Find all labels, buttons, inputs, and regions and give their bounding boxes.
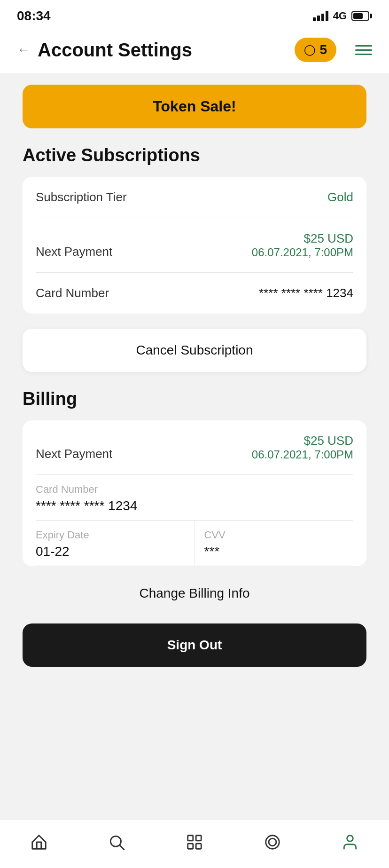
billing-card-number-label: Card Number: [36, 483, 353, 496]
battery-icon: [351, 11, 372, 21]
back-button[interactable]: ←: [17, 42, 30, 57]
cancel-subscription-button[interactable]: Cancel Subscription: [23, 329, 366, 372]
bottom-nav: [0, 820, 389, 868]
status-bar: 08:34 4G: [0, 0, 389, 28]
billing-title: Billing: [23, 389, 366, 409]
header-left: ← Account Settings: [17, 39, 192, 61]
back-arrow-icon: ←: [17, 42, 30, 57]
card-number-row: Card Number **** **** **** 1234: [36, 273, 353, 314]
svg-point-6: [265, 836, 279, 849]
status-icons: 4G: [313, 10, 372, 22]
expiry-date-label: Expiry Date: [36, 529, 185, 541]
next-payment-value: $25 USD06.07.2021, 7:00PM: [252, 231, 353, 259]
network-label: 4G: [333, 10, 347, 22]
billing-card: Next Payment $25 USD 06.07.2021, 7:00PM …: [23, 420, 366, 566]
status-time: 08:34: [17, 8, 51, 24]
nav-home[interactable]: [19, 829, 59, 855]
svg-point-7: [269, 838, 276, 846]
sign-out-button[interactable]: Sign Out: [23, 623, 366, 667]
signal-icon: [313, 11, 328, 21]
page-title: Account Settings: [38, 39, 192, 61]
svg-rect-4: [188, 844, 193, 849]
token-badge-button[interactable]: ◯ 5: [295, 38, 336, 62]
main-content: Token Sale! Active Subscriptions Subscri…: [0, 73, 389, 750]
cvv-value[interactable]: ***: [204, 544, 354, 566]
token-nav-icon: [264, 833, 281, 851]
billing-payment-amount: $25 USD: [304, 434, 354, 448]
billing-card-number-value[interactable]: **** **** **** 1234: [36, 498, 353, 520]
billing-next-payment-row: Next Payment $25 USD 06.07.2021, 7:00PM: [36, 420, 353, 475]
next-payment-date: 06.07.2021, 7:00PM: [252, 246, 353, 259]
subscriptions-card: Subscription Tier Gold Next Payment $25 …: [23, 177, 366, 314]
menu-button[interactable]: [355, 45, 372, 55]
subscription-tier-value: Gold: [327, 190, 353, 205]
nav-search[interactable]: [96, 829, 137, 855]
cvv-input-group: CVV ***: [194, 521, 354, 566]
nav-scan[interactable]: [174, 829, 215, 855]
svg-point-8: [347, 836, 353, 842]
scan-icon: [186, 833, 203, 851]
nav-profile[interactable]: [330, 829, 370, 855]
billing-next-payment-value: $25 USD 06.07.2021, 7:00PM: [252, 434, 353, 461]
card-number-value: **** **** **** 1234: [259, 286, 353, 300]
token-icon: ◯: [304, 44, 316, 56]
next-payment-label: Next Payment: [36, 245, 112, 259]
token-count: 5: [319, 42, 327, 57]
billing-next-payment-label: Next Payment: [36, 447, 112, 461]
token-sale-banner[interactable]: Token Sale!: [23, 85, 366, 128]
cvv-label: CVV: [204, 529, 354, 541]
svg-rect-5: [196, 844, 201, 849]
search-icon: [108, 833, 125, 851]
expiry-cvv-row: Expiry Date 01-22 CVV ***: [36, 521, 353, 566]
token-sale-text: Token Sale!: [153, 98, 236, 115]
expiry-date-input-group: Expiry Date 01-22: [36, 521, 194, 566]
subscription-tier-label: Subscription Tier: [36, 190, 127, 205]
active-subscriptions-title: Active Subscriptions: [23, 145, 366, 166]
svg-line-1: [120, 845, 124, 850]
change-billing-button[interactable]: Change Billing Info: [23, 572, 366, 615]
profile-icon: [341, 833, 359, 851]
svg-rect-2: [188, 836, 193, 841]
card-number-input-group: Card Number **** **** **** 1234: [36, 475, 353, 521]
nav-token[interactable]: [252, 829, 293, 855]
header: ← Account Settings ◯ 5: [0, 28, 389, 73]
expiry-date-value[interactable]: 01-22: [36, 544, 185, 566]
svg-rect-3: [196, 836, 201, 841]
subscription-tier-row: Subscription Tier Gold: [36, 177, 353, 218]
home-icon: [30, 833, 48, 851]
card-number-label: Card Number: [36, 286, 109, 300]
billing-payment-date: 06.07.2021, 7:00PM: [252, 448, 353, 461]
next-payment-row: Next Payment $25 USD06.07.2021, 7:00PM: [36, 218, 353, 273]
